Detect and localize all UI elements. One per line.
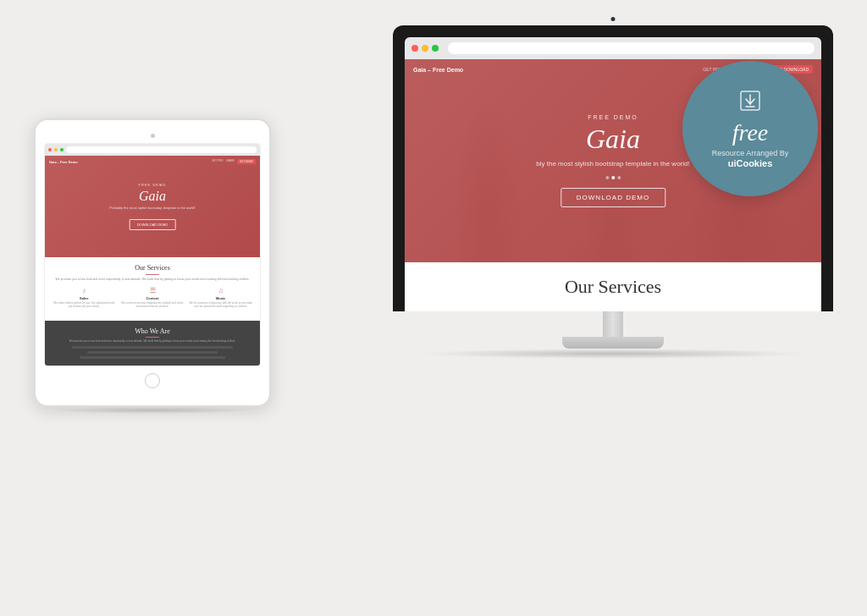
- traffic-lights: [411, 45, 439, 52]
- ipad-hero-content: FREE DEMO Gaia Probably the most stylish…: [56, 183, 250, 230]
- download-icon: [738, 89, 762, 116]
- imac-camera: [611, 17, 616, 21]
- content-icon: ☰: [120, 287, 185, 294]
- services-title: Our Services: [422, 276, 804, 298]
- address-bar[interactable]: [448, 42, 815, 54]
- ipad-download-btn[interactable]: DOWNLOAD DEMO: [130, 219, 176, 230]
- service-text-2: We content a process regarding the multi…: [120, 302, 185, 309]
- progress-bar-1: [72, 346, 233, 349]
- hero-free-demo-label: FREE DEMO: [536, 114, 689, 120]
- hero-dots: [536, 176, 689, 179]
- ipad-browser-chrome: [45, 144, 260, 156]
- dot-3: [617, 176, 621, 179]
- badge-free-label: free: [732, 119, 769, 146]
- ipad-shadow: [51, 407, 254, 414]
- ipad-navbar: Gaia – Free Demo GET PRO SHARE GET DEMO: [45, 156, 260, 168]
- imac-base: [562, 337, 664, 349]
- ipad-nav-links: GET PRO SHARE GET DEMO: [212, 159, 256, 164]
- service-name-1: Sales: [52, 296, 117, 300]
- ipad-services-desc: We promise you a new look and more impor…: [52, 278, 253, 282]
- tl-yellow[interactable]: [422, 45, 428, 52]
- ipad-nav-download[interactable]: GET DEMO: [237, 159, 256, 164]
- ipad-frame: Gaia – Free Demo GET PRO SHARE GET DEMO …: [34, 118, 271, 407]
- dot-2: [611, 176, 615, 179]
- ipad-camera: [151, 134, 155, 138]
- imac-stand: [393, 311, 833, 349]
- ipad-who-desc: We promise you a new look and more impor…: [52, 339, 253, 343]
- ipad-screen: Gaia – Free Demo GET PRO SHARE GET DEMO …: [44, 143, 261, 366]
- service-col-2: ☰ Content We content a process regarding…: [120, 287, 185, 309]
- ipad-nav-share: SHARE: [226, 159, 235, 164]
- ipad-address-bar[interactable]: [66, 146, 257, 153]
- hero-text: FREE DEMO Gaia bly the most stylish boot…: [536, 114, 689, 207]
- hero-title: Gaia: [536, 124, 689, 155]
- badge-brand: uiCookies: [728, 158, 773, 168]
- service-text-3: We do a passion a discovery with the wor…: [188, 302, 253, 309]
- ipad-nav-pro: GET PRO: [212, 159, 223, 164]
- badge-circle: free Resource Arranged By uiCookies: [682, 61, 818, 196]
- ipad-who-section: Who We Are We promise you a new look and…: [45, 321, 260, 366]
- ipad-services-cols: ♪ Sales We make clothes perfect for you.…: [52, 287, 253, 309]
- ipad-site-logo: Gaia – Free Demo: [49, 160, 78, 164]
- dot-1: [605, 176, 609, 179]
- ipad-body: Gaia – Free Demo GET PRO SHARE GET DEMO …: [34, 118, 271, 414]
- service-name-3: Music: [188, 296, 253, 300]
- ipad-tl-yellow[interactable]: [54, 148, 58, 151]
- tl-red[interactable]: [411, 45, 418, 52]
- services-section: Our Services: [405, 262, 821, 311]
- ipad-hero: Gaia – Free Demo GET PRO SHARE GET DEMO …: [45, 156, 260, 257]
- ipad-hero-title: Gaia: [56, 189, 250, 204]
- ipad-home-button[interactable]: [145, 373, 160, 388]
- ipad-who-divider: [146, 337, 159, 338]
- ipad-free-demo: FREE DEMO: [56, 183, 250, 187]
- ipad-tl-red[interactable]: [48, 148, 52, 151]
- imac-shadow: [418, 349, 808, 359]
- tl-green[interactable]: [432, 45, 439, 52]
- ipad-who-progress-bars: [52, 346, 253, 359]
- hero-download-btn[interactable]: DOWNLOAD DEMO: [561, 188, 665, 207]
- progress-bar-2: [87, 351, 218, 354]
- ipad-tl-green[interactable]: [60, 148, 64, 151]
- hero-subtitle: bly the most stylish bootstrap template …: [536, 160, 689, 168]
- ipad-hero-subtitle: Probably the most stylish bootstrap temp…: [56, 206, 250, 210]
- music-icon: ♫: [188, 287, 253, 294]
- ipad-who-title: Who We Are: [52, 327, 253, 335]
- badge-resource-text: Resource Arranged By: [712, 148, 789, 159]
- browser-chrome: [405, 37, 821, 59]
- imac-neck: [603, 311, 623, 337]
- service-name-2: Content: [120, 296, 185, 300]
- ipad-services: Our Services We promise you a new look a…: [45, 257, 260, 321]
- sales-icon: ♪: [52, 287, 117, 294]
- site-logo: Gaia – Free Demo: [413, 67, 463, 73]
- service-col-1: ♪ Sales We make clothes perfect for you.…: [52, 287, 117, 309]
- progress-bar-3: [80, 356, 224, 359]
- services-divider: [146, 274, 159, 275]
- service-text-1: We make clothes perfect for you. Our adj…: [52, 302, 117, 309]
- service-col-3: ♫ Music We do a passion a discovery with…: [188, 287, 253, 309]
- ipad-services-title: Our Services: [52, 264, 253, 272]
